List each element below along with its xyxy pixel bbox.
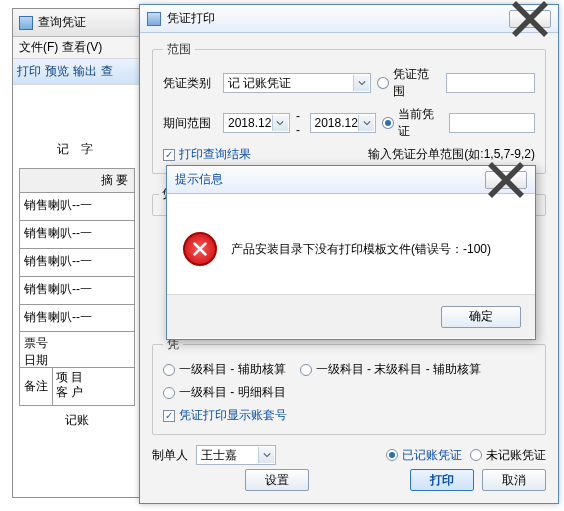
check-print-result[interactable]: 打印查询结果	[163, 146, 251, 163]
alert-close-button[interactable]	[485, 171, 527, 189]
subject-group: 凭 一级科目 - 辅助核算 一级科目 - 末级科目 - 辅助核算 一级科目 - …	[152, 336, 546, 435]
range-group: 范围 凭证类别 记 记账凭证 凭证范围 期间范围 2018.12 -- 2018…	[152, 41, 546, 174]
voucher-type-value: 记 记账凭证	[228, 75, 291, 92]
chevron-down-icon	[272, 115, 288, 131]
bg-menubar: 文件(F) 查看(V)	[13, 37, 141, 59]
bg-body: 记 字 摘 要 销售喇叭--一 销售喇叭--一 销售喇叭--一 销售喇叭--一 …	[13, 85, 141, 441]
maker-row: 制单人 王士嘉 已记账凭证 未记账凭证	[152, 445, 546, 465]
bg-titlebar: 查询凭证	[13, 9, 141, 37]
alert-dialog: 提示信息 产品安装目录下没有打印模板文件(错误号：-100) 确定	[166, 165, 536, 340]
radio-opt2[interactable]: 一级科目 - 末级科目 - 辅助核算	[300, 361, 481, 378]
remark-section: 备注 项 目 客 户	[19, 368, 135, 406]
radio-opt3[interactable]: 一级科目 - 明细科目	[163, 384, 286, 401]
radio-unposted[interactable]: 未记账凭证	[470, 447, 546, 464]
alert-ok-button[interactable]: 确定	[441, 306, 521, 328]
voucher-type-combo[interactable]: 记 记账凭证	[223, 73, 371, 93]
radio-voucher-range[interactable]: 凭证范围	[377, 66, 440, 100]
radio-posted[interactable]: 已记账凭证	[386, 447, 462, 464]
cancel-button[interactable]: 取消	[482, 469, 546, 491]
alert-title: 提示信息	[175, 171, 485, 188]
table-row: 销售喇叭--一	[19, 220, 135, 248]
table-foot: 票号 日期	[19, 332, 135, 368]
menu-file[interactable]: 文件(F)	[19, 39, 58, 56]
current-voucher-input[interactable]	[449, 113, 535, 133]
bg-toolbar: 打印 预览 输出 查	[13, 59, 141, 85]
tool-preview[interactable]: 预览	[45, 63, 69, 80]
check-show-set[interactable]: 凭证打印显示账套号	[163, 407, 287, 424]
remark-label: 备注	[20, 368, 53, 405]
chevron-down-icon	[353, 75, 369, 91]
dialog-icon	[147, 12, 161, 26]
remark-col: 项 目 客 户	[53, 368, 134, 405]
error-icon	[183, 232, 217, 266]
radio-opt1[interactable]: 一级科目 - 辅助核算	[163, 361, 286, 378]
app-icon	[19, 16, 33, 30]
period-dash: --	[296, 109, 304, 137]
bg-subtitle: 记 字	[19, 93, 135, 168]
table-row: 销售喇叭--一	[19, 192, 135, 220]
chevron-down-icon	[258, 447, 274, 463]
alert-footer: 确定	[167, 294, 535, 338]
query-voucher-window: 查询凭证 文件(F) 查看(V) 打印 预览 输出 查 记 字 摘 要 销售喇叭…	[12, 8, 142, 498]
period-from-combo[interactable]: 2018.12	[223, 113, 290, 133]
alert-body: 产品安装目录下没有打印模板文件(错误号：-100)	[167, 194, 535, 294]
table-row: 销售喇叭--一	[19, 304, 135, 332]
table-row: 销售喇叭--一	[19, 276, 135, 304]
table-header: 摘 要	[19, 168, 135, 192]
dialog-buttons: 设置 打印 取消	[152, 465, 546, 491]
close-icon	[486, 160, 526, 200]
settings-button[interactable]: 设置	[245, 469, 309, 491]
print-button[interactable]: 打印	[410, 469, 474, 491]
dlg-title-text: 凭证打印	[167, 10, 503, 27]
dlg-close-button[interactable]	[509, 10, 551, 28]
voucher-range-input[interactable]	[446, 73, 535, 93]
alert-titlebar: 提示信息	[167, 166, 535, 194]
dlg-titlebar: 凭证打印	[140, 5, 558, 33]
chevron-down-icon	[358, 115, 374, 131]
date-label: 日期	[24, 352, 130, 369]
tool-print[interactable]: 打印	[17, 63, 41, 80]
range-legend: 范围	[163, 41, 195, 58]
tool-more[interactable]: 查	[101, 63, 113, 80]
menu-view[interactable]: 查看(V)	[62, 39, 102, 56]
close-icon	[510, 0, 550, 39]
voucher-type-label: 凭证类别	[163, 75, 217, 92]
tool-export[interactable]: 输出	[73, 63, 97, 80]
bill-no-label: 票号	[24, 335, 130, 352]
bg-title-text: 查询凭证	[38, 14, 86, 31]
alert-message: 产品安装目录下没有打印模板文件(错误号：-100)	[231, 241, 491, 258]
radio-current-voucher[interactable]: 当前凭证	[382, 106, 443, 140]
maker-combo[interactable]: 王士嘉	[196, 445, 276, 465]
bg-bottom: 记账	[19, 406, 135, 435]
period-to-combo[interactable]: 2018.12	[310, 113, 377, 133]
period-label: 期间范围	[163, 115, 217, 132]
table-row: 销售喇叭--一	[19, 248, 135, 276]
maker-label: 制单人	[152, 447, 188, 464]
